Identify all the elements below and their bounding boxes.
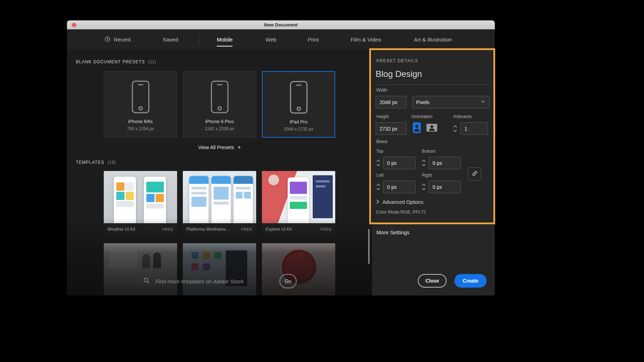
- tab-separator: [199, 34, 199, 45]
- preset-size: 2048 x 2732 px: [263, 127, 335, 132]
- tab-label: Recent: [114, 36, 131, 43]
- close-window-button[interactable]: [72, 23, 76, 27]
- chevron-right-icon: [376, 199, 380, 205]
- stepper-up-icon: [376, 184, 380, 186]
- phone-icon: [104, 79, 177, 114]
- preset-name: iPad Pro: [263, 119, 335, 124]
- preset-details-panel: PRESET DETAILS Width Pixels Height Orien…: [372, 50, 495, 295]
- preset-details-heading: PRESET DETAILS: [376, 58, 418, 63]
- advanced-options-toggle[interactable]: Advanced Options: [376, 199, 423, 205]
- new-document-dialog: New Document Recent Saved Mobile Web: [67, 20, 495, 295]
- chain-link-icon: [472, 170, 478, 178]
- blank-presets-heading: BLANK DOCUMENT PRESETS(11): [76, 58, 156, 65]
- width-label: Width: [376, 88, 387, 93]
- chevron-down-icon: [480, 99, 486, 105]
- bleed-right-label: Right: [422, 173, 432, 178]
- orientation-portrait-button[interactable]: [411, 122, 422, 134]
- bleed-label: Bleed: [376, 139, 387, 144]
- go-button[interactable]: Go: [279, 274, 297, 288]
- bleed-right-stepper[interactable]: [422, 181, 428, 193]
- clock-icon: [104, 36, 111, 43]
- bleed-link-button[interactable]: [468, 167, 481, 181]
- bleed-left-input[interactable]: [383, 181, 415, 193]
- templates-heading: TEMPLATES(19): [76, 159, 116, 165]
- stepper-down-icon: [422, 164, 426, 166]
- orientation-landscape-button[interactable]: [426, 122, 437, 134]
- stepper-up-icon: [453, 125, 457, 128]
- height-input[interactable]: [376, 122, 406, 135]
- close-button[interactable]: Close: [418, 274, 447, 288]
- template-thumbnail-image: [104, 171, 177, 223]
- window-titlebar[interactable]: New Document: [67, 20, 495, 29]
- color-mode-info: Color Mode:RGB, PPI:72: [376, 210, 426, 215]
- artboards-input[interactable]: [460, 122, 488, 135]
- plus-icon: +: [238, 144, 241, 150]
- bleed-right-input[interactable]: [429, 181, 461, 193]
- artboards-label: Artboards: [453, 114, 472, 119]
- tab-mobile[interactable]: Mobile: [217, 29, 233, 50]
- preset-size: 750 x 1334 px: [104, 126, 177, 131]
- stepper-down-icon: [376, 188, 380, 190]
- orientation-label: Orientation: [411, 114, 433, 119]
- more-settings-label[interactable]: More Settings: [376, 229, 410, 235]
- stepper-up-icon: [422, 160, 426, 162]
- preset-card-ipad-pro[interactable]: iPad Pro 2048 x 2732 px: [262, 71, 335, 138]
- tab-saved[interactable]: Saved: [163, 29, 178, 50]
- preset-size: 1242 x 2208 px: [183, 126, 256, 131]
- phone-icon: [183, 79, 256, 114]
- bleed-left-label: Left: [376, 173, 384, 178]
- window-title: New Document: [67, 20, 495, 29]
- tab-label: Saved: [163, 36, 178, 43]
- bleed-left-stepper[interactable]: [376, 181, 382, 193]
- content-scrollbar[interactable]: [368, 229, 370, 264]
- dialog-tabbar: Recent Saved Mobile Web Print Film & Vid…: [67, 29, 495, 50]
- tab-label: Print: [308, 36, 319, 43]
- bleed-top-stepper[interactable]: [376, 157, 382, 169]
- tab-label: Web: [265, 36, 277, 43]
- tab-print[interactable]: Print: [308, 29, 319, 50]
- bleed-bottom-stepper[interactable]: [422, 157, 428, 169]
- document-name-input[interactable]: [376, 69, 483, 79]
- preset-card-iphone6[interactable]: iPhone 6/6s 750 x 1334 px: [104, 71, 177, 138]
- tab-film-video[interactable]: Film & Video: [351, 29, 381, 50]
- phone-icon: [263, 80, 335, 115]
- preset-name: iPhone 6 Plus: [183, 119, 256, 124]
- units-value: Pixels: [416, 99, 429, 105]
- tab-recent[interactable]: Recent: [104, 29, 131, 50]
- portrait-icon: [413, 122, 421, 135]
- tab-label: Art & Illustration: [414, 36, 452, 43]
- bleed-top-input[interactable]: [383, 157, 415, 169]
- tab-label: Film & Video: [351, 36, 381, 43]
- screenshot-stage: New Document Recent Saved Mobile Web: [0, 0, 644, 362]
- create-button[interactable]: Create: [454, 274, 487, 288]
- stepper-up-icon: [422, 184, 426, 186]
- stock-search-input[interactable]: [156, 278, 274, 284]
- artboards-stepper[interactable]: [453, 122, 459, 135]
- view-all-presets-link[interactable]: View All Presets+: [67, 144, 372, 151]
- stepper-up-icon: [376, 160, 380, 162]
- adobe-stock-search-row: Go: [67, 273, 372, 289]
- width-input[interactable]: [376, 96, 406, 108]
- units-dropdown[interactable]: Pixels: [412, 96, 489, 108]
- tab-label: Mobile: [217, 36, 233, 43]
- template-thumbnail-image: [183, 171, 256, 223]
- preset-card-iphone6plus[interactable]: iPhone 6 Plus 1242 x 2208 px: [183, 71, 256, 138]
- search-icon: [143, 277, 150, 285]
- preset-name: iPhone 6/6s: [104, 119, 177, 124]
- stepper-down-icon: [453, 129, 457, 132]
- landscape-icon: [426, 123, 438, 133]
- name-divider: [376, 84, 489, 85]
- bleed-bottom-input[interactable]: [429, 157, 461, 169]
- height-label: Height: [376, 114, 389, 119]
- tab-web[interactable]: Web: [265, 29, 277, 50]
- bleed-top-label: Top: [376, 149, 383, 154]
- tab-art-illustration[interactable]: Art & Illustration: [414, 29, 452, 50]
- template-thumbnail-image: [262, 171, 335, 223]
- stepper-down-icon: [376, 164, 380, 166]
- bleed-bottom-label: Bottom: [422, 149, 435, 154]
- presets-content-area: BLANK DOCUMENT PRESETS(11) iPhone 6/6s 7…: [67, 50, 372, 295]
- stepper-down-icon: [422, 188, 426, 190]
